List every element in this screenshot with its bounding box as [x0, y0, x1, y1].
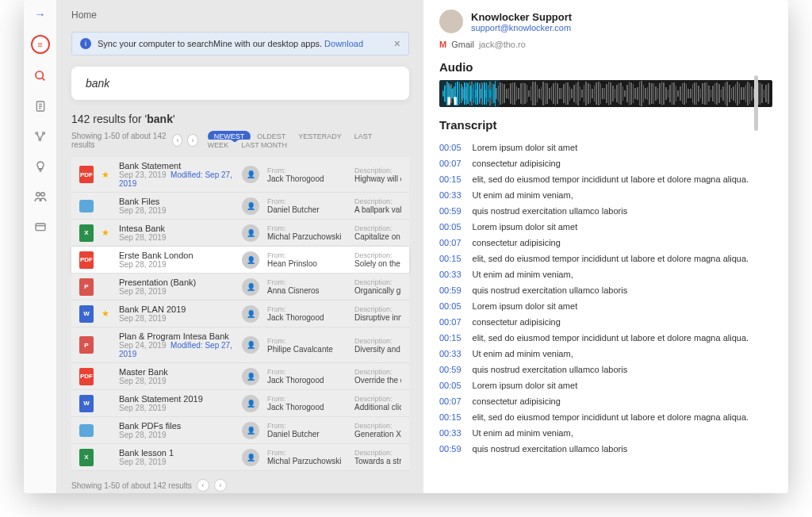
breadcrumb[interactable]: Home: [71, 10, 409, 21]
transcript-line[interactable]: 00:15elit, sed do eiusmod tempor incidid…: [439, 330, 772, 346]
scrollbar[interactable]: [754, 75, 758, 131]
transcript-line[interactable]: 00:59quis nostrud exercitation ullamco l…: [439, 441, 772, 457]
author-name: Michal Parzuchowski: [267, 232, 347, 241]
author-avatar: 👤: [242, 449, 259, 466]
transcript-line[interactable]: 00:15elit, sed do eiusmod tempor incidid…: [439, 171, 772, 187]
transcript-line[interactable]: 00:33Ut enim ad minim veniam,: [439, 266, 772, 282]
gmail-label: Gmail: [451, 40, 474, 49]
author-name: Michal Parzuchowski: [267, 457, 347, 465]
star-icon[interactable]: ★: [102, 228, 111, 238]
results-header: 142 results for 'bank': [71, 113, 409, 125]
author-avatar: 👤: [242, 422, 259, 439]
transcript-line[interactable]: 00:33Ut enim ad minim veniam,: [439, 187, 772, 203]
search-input[interactable]: [86, 77, 395, 90]
alert-download-link[interactable]: Download: [324, 39, 363, 48]
xls-file-icon: X: [79, 449, 94, 466]
transcript-line[interactable]: 00:33Ut enim ad minim veniam,: [439, 346, 772, 362]
result-row[interactable]: PDF★Erste Bank LondonSep 28, 2019👤From:H…: [71, 247, 409, 274]
search-icon[interactable]: [33, 68, 48, 84]
svg-line-1: [42, 78, 44, 80]
result-row[interactable]: ★Bank FilesSep 28, 2019👤From:Daniel Butc…: [71, 193, 409, 220]
prev-page-button[interactable]: ‹: [172, 134, 182, 147]
gmail-account: jack@tho.ro: [479, 40, 526, 49]
pause-icon[interactable]: ❚❚: [446, 96, 458, 105]
author-avatar: 👤: [242, 305, 259, 323]
app-logo-icon[interactable]: ≡: [31, 35, 50, 54]
transcript-line[interactable]: 00:33Ut enim ad minim veniam,: [439, 425, 772, 441]
filter-last month[interactable]: LAST MONTH: [235, 140, 293, 151]
folder-file-icon: [79, 424, 94, 437]
result-row[interactable]: X★Intesa BankSep 28, 2019👤From:Michal Pa…: [71, 220, 409, 247]
file-name: Bank Statement: [119, 161, 234, 170]
svg-point-7: [42, 132, 44, 135]
result-row[interactable]: W★Bank PLAN 2019Sep 28, 2019👤From:Jack T…: [71, 301, 409, 327]
transcript-line[interactable]: 00:05Lorem ipsum dolor sit amet: [439, 219, 772, 235]
transcript-list[interactable]: 00:05Lorem ipsum dolor sit amet00:07cons…: [439, 140, 772, 493]
svg-line-9: [37, 134, 40, 138]
author-name: Jack Thorogood: [267, 376, 347, 385]
transcript-line[interactable]: 00:05Lorem ipsum dolor sit amet: [439, 140, 772, 155]
transcript-line[interactable]: 00:59quis nostrud exercitation ullamco l…: [439, 282, 772, 298]
svg-point-11: [36, 193, 40, 197]
description: Solely on the botto: [354, 259, 401, 268]
description: Generation X is on: [354, 430, 401, 438]
document-icon[interactable]: [33, 98, 48, 114]
star-icon[interactable]: ★: [102, 308, 111, 319]
transcript-text: Ut enim ad minim veniam,: [473, 428, 573, 438]
description: Additional clickthro: [354, 403, 401, 412]
timestamp: 00:05: [439, 381, 462, 390]
timestamp: 00:07: [439, 159, 462, 168]
transcript-title: Transcript: [439, 118, 772, 132]
next-page-button[interactable]: ›: [187, 134, 197, 147]
description: Capitalize on low h: [354, 232, 401, 241]
gmail-row: M Gmail jack@tho.ro: [439, 40, 772, 49]
transcript-text: quis nostrud exercitation ullamco labori…: [473, 206, 628, 216]
transcript-text: quis nostrud exercitation ullamco labori…: [473, 285, 628, 295]
next-page-button-bottom[interactable]: ›: [214, 479, 227, 492]
transcript-line[interactable]: 00:59quis nostrud exercitation ullamco l…: [439, 362, 772, 377]
wallet-icon[interactable]: [33, 219, 48, 235]
close-icon[interactable]: ×: [394, 37, 400, 50]
file-name: Bank lesson 1: [119, 448, 234, 458]
author-name: Jack Thorogood: [267, 174, 347, 183]
transcript-line[interactable]: 00:05Lorem ipsum dolor sit amet: [439, 298, 772, 314]
graph-icon[interactable]: [33, 128, 48, 144]
sender-name: Knowlocker Support: [471, 11, 572, 23]
file-name: Bank PDFs files: [119, 421, 234, 431]
prev-page-button-bottom[interactable]: ‹: [197, 479, 209, 492]
transcript-line[interactable]: 00:07consectetur adipisicing: [439, 314, 772, 330]
result-row[interactable]: ★Bank PDFs filesSep 28, 2019👤From:Daniel…: [71, 417, 409, 444]
timestamp: 00:15: [439, 412, 462, 422]
result-row[interactable]: P★Presentation (Bank)Sep 28, 2019👤From:A…: [71, 274, 409, 301]
timestamp: 00:59: [439, 285, 462, 295]
transcript-line[interactable]: 00:07consectetur adipisicing: [439, 155, 772, 171]
result-row[interactable]: W★Bank Statement 2019Sep 28, 2019👤From:J…: [71, 390, 409, 417]
svg-rect-13: [36, 224, 45, 231]
sync-alert: i Sync your computer to searchMine with …: [71, 32, 409, 56]
transcript-line[interactable]: 00:15elit, sed do eiusmod tempor incidid…: [439, 251, 772, 266]
result-row[interactable]: PDF★Bank StatementSep 23, 2019 Modified:…: [71, 157, 409, 193]
audio-title: Audio: [439, 60, 772, 74]
author-avatar: 👤: [242, 336, 259, 354]
detail-panel: Knowlocker Support support@knowlocker.co…: [423, 0, 788, 493]
transcript-line[interactable]: 00:07consectetur adipisicing: [439, 393, 772, 409]
transcript-line[interactable]: 00:15elit, sed do eiusmod tempor incidid…: [439, 409, 772, 425]
star-icon[interactable]: ★: [102, 170, 111, 180]
result-row[interactable]: PDF★Master BankSep 28, 2019👤From:Jack Th…: [71, 363, 409, 390]
pdf-file-icon: PDF: [79, 166, 94, 183]
sender-email[interactable]: support@knowlocker.com: [471, 23, 572, 33]
ppt-file-icon: P: [79, 336, 94, 354]
filter-yesterady[interactable]: YESTERADY: [292, 131, 348, 142]
transcript-line[interactable]: 00:05Lorem ipsum dolor sit amet: [439, 377, 772, 393]
transcript-line[interactable]: 00:59quis nostrud exercitation ullamco l…: [439, 203, 772, 219]
author-name: Jack Thorogood: [267, 403, 347, 412]
audio-waveform[interactable]: ❚❚: [439, 80, 772, 107]
filter-row: Showing 1-50 of about 142 results ‹ › NE…: [71, 132, 409, 149]
bulb-icon[interactable]: [33, 159, 48, 174]
result-row[interactable]: X★Bank lesson 1Sep 28, 2019👤From:Michal …: [71, 444, 409, 471]
result-row[interactable]: P★Plan & Program Intesa BankSep 24, 2019…: [71, 327, 409, 363]
transcript-text: consectetur adipisicing: [473, 159, 561, 168]
expand-arrow-icon[interactable]: →: [35, 8, 46, 21]
people-icon[interactable]: [33, 189, 48, 205]
transcript-line[interactable]: 00:07consectetur adipisicing: [439, 235, 772, 251]
